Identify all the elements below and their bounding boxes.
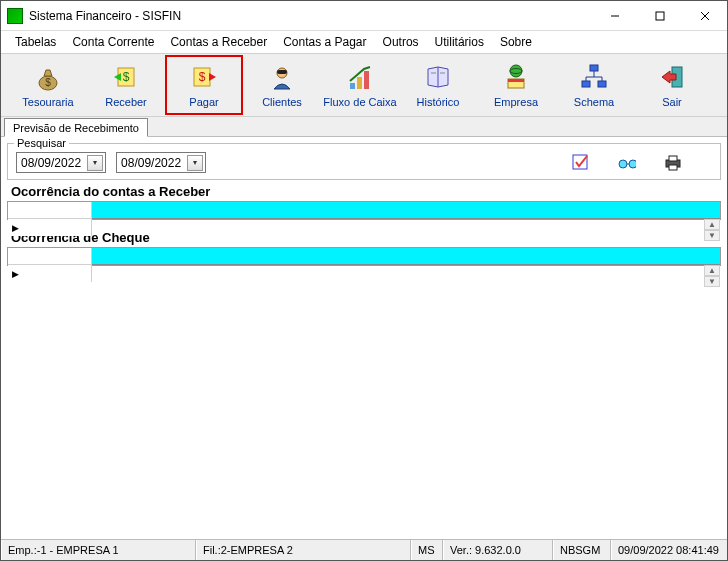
tab-row: Previsão de Recebimento xyxy=(1,117,727,137)
toolbar-pagar[interactable]: $ Pagar xyxy=(165,55,243,115)
toolbar-fluxo-caixa[interactable]: Fluxo de Caixa xyxy=(321,55,399,115)
view-button[interactable] xyxy=(618,154,636,172)
svg-rect-16 xyxy=(364,71,369,89)
print-button[interactable] xyxy=(664,154,682,172)
svg-rect-39 xyxy=(669,165,677,170)
grid-header-fill xyxy=(92,202,720,219)
filter-legend: Pesquisar xyxy=(14,137,69,149)
filter-actions xyxy=(572,154,712,172)
toolbar-label: Empresa xyxy=(494,96,538,108)
menu-contas-pagar[interactable]: Contas a Pagar xyxy=(275,33,374,51)
svg-rect-26 xyxy=(598,81,606,87)
scroll-down-icon[interactable]: ▼ xyxy=(704,230,720,241)
schema-icon xyxy=(579,62,609,92)
maximize-button[interactable] xyxy=(637,1,682,30)
check-icon xyxy=(572,154,590,172)
svg-rect-24 xyxy=(590,65,598,71)
money-bag-icon: $ xyxy=(33,62,63,92)
toolbar-label: Clientes xyxy=(262,96,302,108)
grid-cheque[interactable]: ▶ ▲ ▼ xyxy=(7,247,721,266)
titlebar: Sistema Financeiro - SISFIN xyxy=(1,1,727,31)
scroll-up-icon[interactable]: ▲ xyxy=(704,219,720,230)
scroll-down-icon[interactable]: ▼ xyxy=(704,276,720,287)
status-filial: Fil.:2-EMPRESA 2 xyxy=(196,540,411,560)
menu-utilitarios[interactable]: Utilitários xyxy=(427,33,492,51)
svg-point-35 xyxy=(629,160,636,168)
history-icon xyxy=(423,62,453,92)
app-icon xyxy=(7,8,23,24)
toolbar-tesouraria[interactable]: $ Tesouraria xyxy=(9,55,87,115)
svg-text:$: $ xyxy=(199,70,206,84)
status-ms: MS xyxy=(411,540,443,560)
minimize-icon xyxy=(610,11,620,21)
row-indicator: ▶ xyxy=(8,219,92,236)
grid-receivables-wrap: ▶ ▲ ▼ xyxy=(1,201,727,220)
menu-tabelas[interactable]: Tabelas xyxy=(7,33,64,51)
pay-icon: $ xyxy=(189,62,219,92)
maximize-icon xyxy=(655,11,665,21)
close-icon xyxy=(700,11,710,21)
printer-icon xyxy=(664,155,682,171)
section-title-receivables: Ocorrência do contas a Receber xyxy=(1,180,727,201)
date-from-value: 08/09/2022 xyxy=(21,156,81,170)
date-to-value: 08/09/2022 xyxy=(121,156,181,170)
svg-rect-25 xyxy=(582,81,590,87)
date-to-input[interactable]: 08/09/2022 ▾ xyxy=(116,152,206,173)
svg-rect-14 xyxy=(350,83,355,89)
status-user: NBSGM xyxy=(553,540,611,560)
toolbar-receber[interactable]: $ Receber xyxy=(87,55,165,115)
company-icon xyxy=(501,62,531,92)
svg-point-20 xyxy=(510,65,522,77)
calendar-dropdown-icon[interactable]: ▾ xyxy=(187,155,203,171)
grid-cheque-wrap: ▶ ▲ ▼ xyxy=(1,247,727,266)
minimize-button[interactable] xyxy=(592,1,637,30)
toolbar-empresa[interactable]: Empresa xyxy=(477,55,555,115)
row-indicator: ▶ xyxy=(8,265,92,282)
svg-text:$: $ xyxy=(123,70,130,84)
menu-outros[interactable]: Outros xyxy=(375,33,427,51)
confirm-button[interactable] xyxy=(572,154,590,172)
toolbar: $ Tesouraria $ Receber $ Pagar Clientes xyxy=(1,53,727,117)
tab-previsao-recebimento[interactable]: Previsão de Recebimento xyxy=(4,118,148,137)
toolbar-historico[interactable]: Histórico xyxy=(399,55,477,115)
toolbar-clientes[interactable]: Clientes xyxy=(243,55,321,115)
toolbar-label: Fluxo de Caixa xyxy=(323,96,396,108)
toolbar-label: Receber xyxy=(105,96,147,108)
date-from-input[interactable]: 08/09/2022 ▾ xyxy=(16,152,106,173)
status-datetime: 09/09/2022 08:41:49 xyxy=(611,540,727,560)
scroll-up-icon[interactable]: ▲ xyxy=(704,265,720,276)
calendar-dropdown-icon[interactable]: ▾ xyxy=(87,155,103,171)
menu-sobre[interactable]: Sobre xyxy=(492,33,540,51)
status-bar: Emp.:-1 - EMPRESA 1 Fil.:2-EMPRESA 2 MS … xyxy=(1,539,727,560)
toolbar-label: Histórico xyxy=(417,96,460,108)
menu-conta-corrente[interactable]: Conta Corrente xyxy=(64,33,162,51)
svg-rect-38 xyxy=(669,156,677,161)
close-button[interactable] xyxy=(682,1,727,30)
client-icon xyxy=(267,62,297,92)
toolbar-label: Schema xyxy=(574,96,614,108)
grid-header-row xyxy=(8,248,720,265)
section-title-cheque: Ocorrência de Cheque xyxy=(1,226,727,247)
window-title: Sistema Financeiro - SISFIN xyxy=(29,9,592,23)
app-window: Sistema Financeiro - SISFIN Tabelas Cont… xyxy=(0,0,728,561)
window-controls xyxy=(592,1,727,30)
status-empresa: Emp.:-1 - EMPRESA 1 xyxy=(1,540,196,560)
toolbar-label: Sair xyxy=(662,96,682,108)
svg-text:$: $ xyxy=(45,77,51,88)
receive-icon: $ xyxy=(111,62,141,92)
grid-header-fill xyxy=(92,248,720,265)
svg-rect-15 xyxy=(357,77,362,89)
grid-corner xyxy=(8,202,92,219)
svg-rect-1 xyxy=(656,12,664,20)
toolbar-label: Tesouraria xyxy=(22,96,73,108)
svg-rect-13 xyxy=(277,70,287,74)
grid-receivables[interactable]: ▶ ▲ ▼ xyxy=(7,201,721,220)
status-version: Ver.: 9.632.0.0 xyxy=(443,540,553,560)
toolbar-schema[interactable]: Schema xyxy=(555,55,633,115)
menu-contas-receber[interactable]: Contas a Receber xyxy=(162,33,275,51)
toolbar-sair[interactable]: Sair xyxy=(633,55,711,115)
cashflow-icon xyxy=(345,62,375,92)
svg-rect-23 xyxy=(508,79,524,82)
grid-header-row xyxy=(8,202,720,219)
glasses-icon xyxy=(618,156,636,170)
